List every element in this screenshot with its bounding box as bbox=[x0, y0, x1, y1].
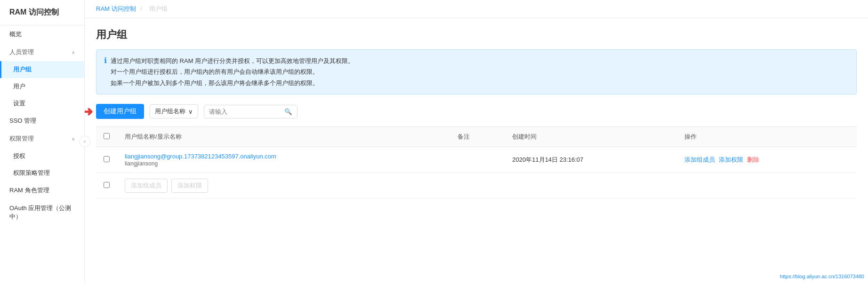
sidebar-item-label: 概览 bbox=[9, 30, 22, 39]
info-icon: ℹ bbox=[104, 56, 107, 65]
breadcrumb-ram[interactable]: RAM 访问控制 bbox=[96, 5, 136, 12]
main-content: RAM 访问控制 / 用户组 用户组 ℹ 通过用户组对职责相同的 RAM 用户进… bbox=[85, 0, 868, 283]
bulk-add-members-button: 添加组成员 bbox=[125, 179, 168, 193]
sidebar-item-grant[interactable]: 授权 bbox=[0, 148, 84, 165]
table-row: liangjiansong@group.1737382123453597.ona… bbox=[96, 147, 857, 173]
delete-link[interactable]: 删除 bbox=[747, 156, 759, 164]
chevron-up-icon: ∧ bbox=[72, 136, 75, 142]
create-user-group-button[interactable]: 创建用户组 bbox=[96, 104, 144, 119]
add-members-link[interactable]: 添加组成员 bbox=[684, 156, 715, 164]
chevron-down-icon: ∨ bbox=[188, 108, 193, 115]
sidebar-item-label: SSO 管理 bbox=[9, 117, 36, 125]
toolbar: ➜ 创建用户组 用户组名称 ∨ 🔍 bbox=[96, 104, 857, 119]
section-label: 人员管理 bbox=[9, 48, 34, 56]
chevron-up-icon: ∧ bbox=[72, 50, 75, 55]
sidebar-item-label: 设置 bbox=[13, 99, 25, 108]
sidebar-section-personnel[interactable]: 人员管理 ∧ bbox=[0, 43, 84, 61]
header-created-time: 创建时间 bbox=[505, 127, 677, 147]
add-permissions-link[interactable]: 添加权限 bbox=[719, 156, 743, 164]
sidebar-item-sso[interactable]: SSO 管理 bbox=[0, 112, 84, 130]
actions-cell: 添加组成员 添加权限 删除 bbox=[677, 147, 857, 173]
created-time-cell: 2020年11月14日 23:16:07 bbox=[505, 147, 677, 173]
page-title: 用户组 bbox=[96, 28, 857, 42]
bulk-checkbox[interactable] bbox=[104, 182, 110, 188]
filter-select[interactable]: 用户组名称 ∨ bbox=[150, 104, 198, 118]
breadcrumb: RAM 访问控制 / 用户组 bbox=[85, 0, 868, 18]
remark-cell bbox=[450, 147, 505, 173]
sidebar-item-oauth[interactable]: OAuth 应用管理（公测中） bbox=[0, 199, 84, 226]
header-group-name: 用户组名称/显示名称 bbox=[117, 127, 450, 147]
search-button[interactable]: 🔍 bbox=[280, 105, 297, 118]
action-links: 添加组成员 添加权限 删除 bbox=[684, 156, 849, 164]
sidebar-item-ram-roles[interactable]: RAM 角色管理 bbox=[0, 181, 84, 199]
sidebar-item-users[interactable]: 用户 bbox=[0, 78, 84, 95]
row-checkbox-cell bbox=[96, 147, 117, 173]
row-checkbox[interactable] bbox=[104, 156, 110, 162]
info-text: 通过用户组对职责相同的 RAM 用户进行分类并授权，可以更加高效地管理用户及其权… bbox=[111, 55, 354, 88]
sidebar-item-label: 用户组 bbox=[13, 65, 32, 74]
sidebar-item-settings[interactable]: 设置 bbox=[0, 95, 84, 112]
bulk-actions: 添加组成员 添加权限 bbox=[125, 179, 849, 193]
arrow-indicator: ➜ bbox=[85, 104, 93, 119]
info-line-3: 如果一个用户被加入到多个用户组，那么该用户将会继承多个用户组的权限。 bbox=[111, 78, 354, 88]
sidebar-section-permissions[interactable]: 权限管理 ∧ bbox=[0, 130, 84, 148]
section-label: 权限管理 bbox=[9, 134, 34, 143]
sidebar-item-label: 授权 bbox=[13, 152, 25, 160]
sidebar-item-label: OAuth 应用管理（公测中） bbox=[9, 204, 75, 221]
info-line-2: 对一个用户组进行授权后，用户组内的所有用户会自动继承该用户组的权限。 bbox=[111, 66, 354, 77]
bulk-add-permissions-button: 添加权限 bbox=[171, 179, 208, 193]
search-input[interactable] bbox=[204, 105, 280, 118]
header-actions: 操作 bbox=[677, 127, 857, 147]
sidebar-item-overview[interactable]: 概览 bbox=[0, 25, 84, 43]
group-name-cell: liangjiansong@group.1737382123453597.ona… bbox=[117, 147, 450, 173]
bulk-actions-cell: 添加组成员 添加权限 bbox=[117, 173, 857, 199]
user-groups-table: 用户组名称/显示名称 备注 创建时间 操作 liangjiansong@grou… bbox=[96, 126, 857, 199]
group-name-link[interactable]: liangjiansong@group.1737382123453597.ona… bbox=[125, 153, 442, 160]
chevron-left-icon: ‹ bbox=[84, 138, 86, 145]
bulk-checkbox-cell bbox=[96, 173, 117, 199]
info-line-1: 通过用户组对职责相同的 RAM 用户进行分类并授权，可以更加高效地管理用户及其权… bbox=[111, 55, 354, 66]
breadcrumb-current: 用户组 bbox=[149, 5, 168, 12]
sidebar-item-label: RAM 角色管理 bbox=[9, 186, 49, 195]
header-remark: 备注 bbox=[450, 127, 505, 147]
sidebar-item-label: 权限策略管理 bbox=[13, 169, 50, 177]
filter-label: 用户组名称 bbox=[155, 107, 185, 116]
sidebar-item-user-groups[interactable]: 用户组 bbox=[0, 61, 84, 78]
group-display-name: liangjiansong bbox=[125, 160, 158, 167]
footer-link[interactable]: https://blog.aliyun.ac.cn/1316073480 bbox=[780, 274, 864, 279]
sidebar-title: RAM 访问控制 bbox=[0, 0, 84, 25]
content-area: 用户组 ℹ 通过用户组对职责相同的 RAM 用户进行分类并授权，可以更加高效地管… bbox=[85, 18, 868, 283]
sidebar-collapse-button[interactable]: ‹ bbox=[79, 136, 90, 147]
select-all-checkbox[interactable] bbox=[104, 133, 110, 139]
table-header-row: 用户组名称/显示名称 备注 创建时间 操作 bbox=[96, 127, 857, 147]
info-banner: ℹ 通过用户组对职责相同的 RAM 用户进行分类并授权，可以更加高效地管理用户及… bbox=[96, 49, 857, 94]
header-checkbox-cell bbox=[96, 127, 117, 147]
search-icon: 🔍 bbox=[284, 108, 292, 115]
search-box: 🔍 bbox=[204, 105, 297, 118]
sidebar: RAM 访问控制 概览 人员管理 ∧ 用户组 用户 设置 SSO 管理 权限管理… bbox=[0, 0, 85, 283]
bulk-actions-row: 添加组成员 添加权限 bbox=[96, 173, 857, 199]
sidebar-item-label: 用户 bbox=[13, 82, 25, 91]
sidebar-item-policy[interactable]: 权限策略管理 bbox=[0, 165, 84, 181]
breadcrumb-separator: / bbox=[140, 5, 144, 12]
